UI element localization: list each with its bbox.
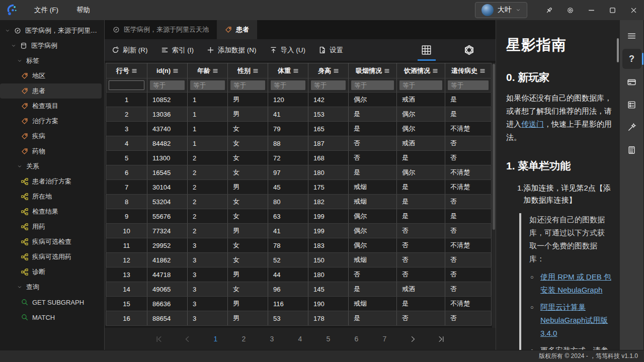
first-page-button[interactable] xyxy=(153,333,166,345)
row-number-filter-input[interactable] xyxy=(109,80,144,90)
column-header[interactable]: 身高 xyxy=(308,63,349,78)
card-panel-icon[interactable] xyxy=(622,72,641,92)
filter-input[interactable] xyxy=(399,80,442,90)
magic-wand-icon[interactable] xyxy=(622,118,641,137)
column-header[interactable]: 遗传病史 xyxy=(445,63,492,78)
column-header[interactable]: 体重 xyxy=(268,63,308,78)
chevron-down-icon[interactable] xyxy=(11,43,16,48)
add-data-button[interactable]: 添加数据 (N) xyxy=(207,46,257,55)
filter-input[interactable] xyxy=(311,80,346,90)
pin-button[interactable] xyxy=(538,0,559,20)
table-row[interactable]: 5113002女72168否是否 xyxy=(106,151,492,165)
maximize-button[interactable] xyxy=(602,0,623,20)
menu-file[interactable]: 文件 (F) xyxy=(25,0,67,20)
settings-gear-button[interactable] xyxy=(559,0,581,20)
rpm-deb-install-link[interactable]: 使用 RPM 或 DEB 包安装 NebulaGraph xyxy=(540,273,611,294)
sidebar-item[interactable]: 关系 xyxy=(0,159,102,174)
table-row[interactable]: 3437401女79165是偶尔不清楚 xyxy=(106,122,492,136)
guide-scrollbar[interactable] xyxy=(617,38,619,62)
table-row[interactable]: 12418623女52150戒烟否否 xyxy=(106,253,492,267)
form-panel-icon[interactable] xyxy=(622,95,641,114)
sidebar-item[interactable]: 检查结果 xyxy=(0,204,102,219)
prev-page-button[interactable] xyxy=(182,333,194,345)
help-icon[interactable]: ? xyxy=(622,49,641,69)
page-button[interactable]: 6 xyxy=(351,335,363,343)
scrollbar-thumb[interactable] xyxy=(493,64,495,230)
chevron-down-icon[interactable] xyxy=(17,285,22,290)
sidebar-item[interactable]: 查询 xyxy=(0,280,102,295)
column-menu-icon[interactable] xyxy=(253,68,258,73)
tab-patient[interactable]: 患者 xyxy=(217,20,257,39)
sidebar-item[interactable]: 所在地 xyxy=(0,189,102,204)
column-header[interactable]: 行号 xyxy=(106,63,147,78)
table-row[interactable]: 13447183男44180否否否 xyxy=(106,267,492,282)
table-row[interactable]: 15866363男116190戒烟是不清楚 xyxy=(106,297,492,311)
sidebar-item[interactable]: MATCH xyxy=(0,310,102,325)
column-header[interactable]: 年龄 xyxy=(188,63,228,78)
user-menu[interactable]: 大叶 xyxy=(475,2,527,18)
column-header[interactable]: 性别 xyxy=(228,63,268,78)
table-row[interactable]: 16886543男53178是否否 xyxy=(106,311,492,326)
import-button[interactable]: 导入 (U) xyxy=(270,46,306,55)
graph-view-button[interactable] xyxy=(464,39,474,61)
sidebar-item[interactable]: 患者 xyxy=(0,83,102,99)
table-row[interactable]: 11299523女78183偶尔否不清楚 xyxy=(106,238,492,253)
table-row[interactable]: 14490653女96145是戒酒否 xyxy=(106,282,492,297)
tab-medical-cases[interactable]: 医学病例，来源于阿里云天池 xyxy=(105,20,217,39)
filter-input[interactable] xyxy=(230,80,265,90)
sidebar-item[interactable]: 医学病例，来源于阿里云... xyxy=(0,23,102,38)
table-row[interactable]: 2130361男41153是偶尔是 xyxy=(106,107,492,122)
chevron-down-icon[interactable] xyxy=(5,28,10,33)
sidebar-item[interactable]: 药物 xyxy=(0,144,102,159)
sidebar-item[interactable]: 用药 xyxy=(0,219,102,234)
filter-input[interactable] xyxy=(190,80,225,90)
filter-input[interactable] xyxy=(271,80,305,90)
sidebar-item[interactable]: 疾病 xyxy=(0,129,102,144)
filter-input[interactable] xyxy=(448,80,489,90)
chevron-down-icon[interactable] xyxy=(17,164,22,169)
filter-input[interactable] xyxy=(150,80,185,90)
close-button[interactable] xyxy=(623,0,644,20)
settings-button[interactable]: 设置 xyxy=(318,46,343,55)
table-row[interactable]: 6165452女97180是偶尔不清楚 xyxy=(106,165,492,180)
page-button[interactable]: 5 xyxy=(323,335,335,343)
sidebar-item[interactable]: 患者治疗方案 xyxy=(0,174,102,189)
last-page-button[interactable] xyxy=(435,333,447,345)
sidebar-item[interactable]: 检查项目 xyxy=(0,99,102,114)
column-menu-icon[interactable] xyxy=(213,68,218,73)
table-row[interactable]: 4844821女88187否戒酒否 xyxy=(106,136,492,151)
table-row[interactable]: 8532042女80182戒烟是否 xyxy=(106,195,492,209)
page-button[interactable]: 1 xyxy=(210,335,222,343)
index-button[interactable]: 索引 (I) xyxy=(161,46,194,55)
sidebar-item[interactable]: GET SUBGRAPH xyxy=(0,295,102,310)
sidebar-item[interactable]: 疾病可选检查 xyxy=(0,234,102,249)
table-row[interactable]: 1108521男120142偶尔戒酒是 xyxy=(106,93,492,107)
column-menu-icon[interactable] xyxy=(293,68,298,73)
column-menu-icon[interactable] xyxy=(384,68,389,73)
column-menu-icon[interactable] xyxy=(132,68,137,73)
column-menu-icon[interactable] xyxy=(433,68,438,73)
sidebar-item[interactable]: 地区 xyxy=(0,68,102,83)
table-row[interactable]: 9556762女63199偶尔是是 xyxy=(106,209,492,224)
aliyun-trial-link[interactable]: 阿里云计算巢 NebulaGraph试用版 3.4.0 xyxy=(540,303,608,337)
refresh-button[interactable]: 刷新 (R) xyxy=(112,46,148,55)
sidebar-item[interactable]: 治疗方案 xyxy=(0,114,102,129)
menu-help[interactable]: 帮助 xyxy=(67,0,99,20)
table-view-button[interactable] xyxy=(421,39,432,61)
hamburger-menu-icon[interactable] xyxy=(622,26,641,45)
minimize-button[interactable] xyxy=(581,0,602,20)
sidebar-item[interactable]: 标签 xyxy=(0,53,102,68)
chevron-down-icon[interactable] xyxy=(17,58,22,63)
page-button[interactable]: 2 xyxy=(238,335,250,343)
column-header[interactable]: 饮酒情况 xyxy=(397,63,445,78)
sidebar-item[interactable]: 诊断 xyxy=(0,264,102,280)
sidebar-item[interactable]: 疾病可选用药 xyxy=(0,249,102,264)
filter-input[interactable] xyxy=(351,80,394,90)
column-menu-icon[interactable] xyxy=(480,68,485,73)
column-header[interactable]: id(n) xyxy=(147,63,188,78)
table-row[interactable]: 7301042男45175戒烟是不清楚 xyxy=(106,180,492,195)
column-menu-icon[interactable] xyxy=(173,68,178,73)
page-button[interactable]: 3 xyxy=(266,335,278,343)
portal-link[interactable]: 传送门 xyxy=(521,120,544,128)
table-scrollbar[interactable] xyxy=(492,63,496,328)
